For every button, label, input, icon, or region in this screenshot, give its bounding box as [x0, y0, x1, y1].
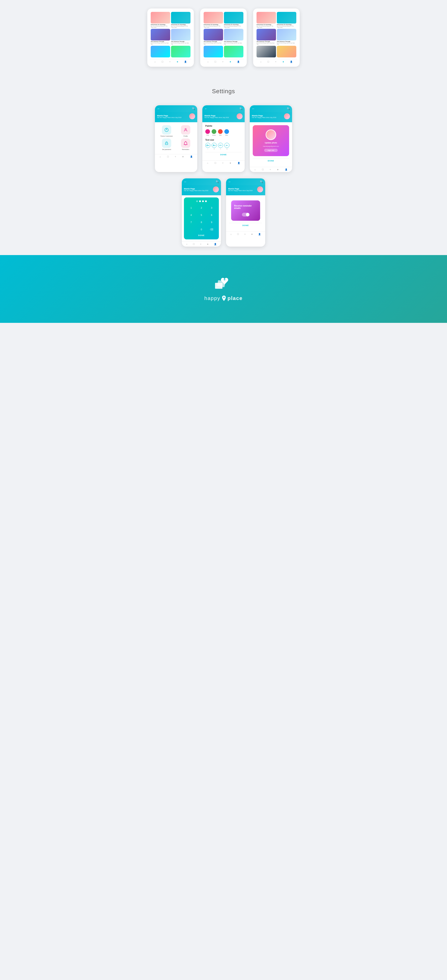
reminders-done-button[interactable]: DONE [229, 223, 262, 228]
add-nav-icon-5[interactable]: + [244, 233, 246, 235]
star-nav-icon-3[interactable]: ★ [277, 169, 279, 171]
num-7[interactable]: 7 [187, 220, 195, 225]
color-red[interactable]: Red [218, 129, 223, 136]
add-nav-icon-2[interactable]: + [222, 162, 224, 164]
card-image [277, 46, 296, 57]
profile-nav-icon-2[interactable]: 👤 [238, 162, 240, 164]
profile-icon[interactable]: 👤 [290, 60, 293, 63]
settings-phone-palette: ← 🔍 Mamie Page has her Happy Place since… [202, 105, 245, 172]
reminders-back-icon[interactable]: ← [228, 180, 231, 183]
star-icon[interactable]: ★ [176, 60, 178, 63]
size-M[interactable]: A+ M [212, 143, 217, 150]
color-green[interactable]: Green [212, 129, 216, 136]
palette-done-button[interactable]: DONE [205, 152, 242, 157]
card-item: Astronomy Or Astrology See The Unmatched… [224, 12, 243, 28]
star-icon[interactable]: ★ [282, 60, 284, 63]
home-nav-icon-5[interactable]: ⌂ [230, 233, 232, 235]
star-icon[interactable]: ★ [230, 60, 231, 63]
phone-mockup-1: Astronomy Or Astrology See The Unmatched… [147, 8, 194, 67]
reminders-search-icon-ph[interactable]: 🔍 [260, 180, 263, 183]
palette-back-icon[interactable]: ← [204, 107, 208, 110]
size-XS[interactable]: A+ XS [224, 143, 230, 150]
size-L-btn[interactable]: A+ [205, 143, 210, 148]
password-back-icon[interactable]: ← [184, 180, 187, 183]
home-icon[interactable]: ⌂ [260, 60, 262, 63]
add-icon[interactable]: + [222, 60, 224, 63]
reminders-item[interactable]: Reminders [177, 138, 194, 150]
bookmark-nav-icon-2[interactable]: ☐ [214, 162, 216, 164]
profile-nav-icon-3[interactable]: 👤 [285, 169, 287, 171]
num-3[interactable]: 3 [208, 205, 216, 211]
update-photo-card: Update photo mamiepage@gmail.com sign ou… [253, 125, 289, 156]
password-done-button[interactable]: DONE [187, 232, 216, 236]
svg-point-5 [224, 279, 225, 280]
palette-search-icon[interactable]: 🔍 [239, 107, 243, 110]
add-icon[interactable]: + [275, 60, 276, 63]
num-2[interactable]: 2 [197, 205, 206, 211]
update-email: mamiepage@gmail.com [263, 146, 279, 147]
star-nav-icon-2[interactable]: ★ [230, 162, 231, 164]
bookmark-nav-icon-5[interactable]: ☐ [237, 233, 239, 235]
size-L[interactable]: A+ L [205, 143, 210, 150]
bookmark-nav-icon[interactable]: ☐ [167, 156, 169, 158]
reminder-toggle[interactable] [242, 213, 249, 216]
home-nav-icon-2[interactable]: ⌂ [207, 162, 208, 164]
bookmark-icon[interactable]: ☐ [162, 60, 163, 63]
add-nav-icon-4[interactable]: + [200, 243, 201, 245]
bookmark-nav-icon-3[interactable]: ☐ [262, 169, 264, 171]
card-title: Astronomy Or Astrology [204, 24, 223, 25]
profile-nav-icon-4[interactable]: 👤 [214, 243, 217, 245]
star-nav-icon[interactable]: ★ [182, 156, 184, 158]
profile-done-button[interactable]: DONE [253, 158, 289, 163]
size-M-label: M [214, 148, 215, 150]
size-M-btn[interactable]: A+ [212, 143, 217, 148]
profile-photo-search-icon[interactable]: 🔍 [287, 107, 290, 110]
num-9[interactable]: 9 [208, 220, 216, 225]
color-pink[interactable]: Pink [205, 129, 210, 136]
card-image [277, 29, 296, 40]
add-nav-icon[interactable]: + [175, 156, 176, 158]
profile-nav-icon-5[interactable]: 👤 [258, 233, 261, 235]
search-icon[interactable]: 🔍 [192, 107, 195, 110]
card-desc: How To Fly A Private Jet On Your Next Tr… [224, 42, 243, 45]
set-password-item[interactable]: Set password [158, 138, 175, 150]
back-arrow-icon[interactable]: ← [157, 107, 160, 110]
add-icon[interactable]: + [169, 60, 171, 63]
sign-out-button[interactable]: sign out [264, 149, 277, 152]
size-XS-btn[interactable]: A+ [224, 143, 230, 148]
home-icon[interactable]: ⌂ [208, 60, 209, 63]
color-blue[interactable]: Blue [224, 129, 229, 136]
add-nav-icon-3[interactable]: + [269, 169, 271, 171]
home-icon[interactable]: ⌂ [154, 60, 156, 63]
home-nav-icon[interactable]: ⌂ [160, 156, 161, 158]
home-nav-icon-3[interactable]: ⌂ [254, 169, 256, 171]
card-desc: How To Fly A Private Jet On Your Next Tr… [171, 42, 190, 45]
star-nav-icon-5[interactable]: ★ [251, 233, 253, 235]
bookmark-icon[interactable]: ☐ [267, 60, 269, 63]
settings-phone-menu: ← 🔍 Mamie Page has her Happy Place since… [155, 105, 197, 172]
home-nav-icon-4[interactable]: ⌂ [186, 243, 187, 245]
card-grid-2: Astronomy Or Astrology See The Unmatched… [203, 11, 244, 58]
profile-nav-icon[interactable]: 👤 [190, 156, 193, 158]
num-6[interactable]: 6 [208, 212, 216, 218]
profile-icon[interactable]: 👤 [237, 60, 239, 63]
profile-photo-back-icon[interactable]: ← [252, 107, 255, 110]
profile-photo-user-name: Mamie Page [252, 115, 276, 117]
bookmark-icon[interactable]: ☐ [214, 60, 216, 63]
num-8[interactable]: 8 [197, 220, 206, 225]
num-backspace[interactable]: ⌫ [208, 227, 216, 232]
theme-customizer-item[interactable]: Theme Customizer [158, 125, 175, 137]
card-title: Astronomy Or Astrology [171, 24, 190, 25]
profile-icon[interactable]: 👤 [184, 60, 187, 63]
password-search-icon[interactable]: 🔍 [216, 180, 219, 183]
pin-dot-2 [199, 200, 201, 202]
star-nav-icon-4[interactable]: ★ [207, 243, 209, 245]
size-S-btn[interactable]: A+ [218, 143, 223, 148]
profile-item[interactable]: Profile [177, 125, 194, 137]
num-4[interactable]: 4 [187, 212, 195, 218]
num-1[interactable]: 1 [187, 205, 195, 211]
size-S[interactable]: A+ S [218, 143, 223, 150]
bookmark-nav-icon-4[interactable]: ☐ [193, 243, 195, 245]
num-0[interactable]: 0 [197, 227, 206, 232]
num-5[interactable]: 5 [197, 212, 206, 218]
